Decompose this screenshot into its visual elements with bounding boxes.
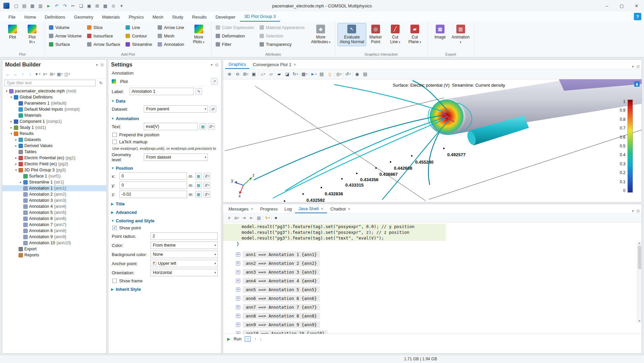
print-icon[interactable]: ▤▾ (361, 71, 369, 78)
collapse-all-icon[interactable]: ▦▾ (56, 71, 63, 78)
console-lines-icon[interactable]: ≡▾ (226, 215, 233, 221)
prev-command-icon[interactable]: ↑ (254, 337, 256, 341)
expression-menu-icon[interactable]: ⇵▾ (204, 182, 210, 189)
tree-item[interactable]: ▸ Electric Potential (ec) {pg1} (2, 155, 106, 161)
ribbon-tab[interactable]: File (4, 12, 20, 22)
marker-point-button[interactable]: ◎ Marker Point ▾ (366, 23, 385, 46)
xy-view-icon[interactable]: ▱▾ (267, 71, 275, 78)
console-tab[interactable]: Log✕ (281, 205, 295, 213)
close-tab-icon[interactable]: ✕ (293, 63, 296, 66)
ribbon-tab[interactable]: 3D Plot Group 3 (240, 12, 280, 22)
move-down-icon[interactable]: ↓▾ (27, 71, 33, 78)
tree-expander-icon[interactable]: ▸ (9, 126, 14, 129)
range-icon[interactable]: ▦ (195, 182, 202, 189)
expression-icon[interactable]: ▦ (199, 123, 206, 130)
separator[interactable]: ▾ (343, 72, 344, 77)
chevron-right-icon[interactable]: ▶ (111, 211, 114, 214)
outdent-icon[interactable]: ⇤▾ (248, 215, 255, 221)
cut-plane-button[interactable]: ▰ Cut Plane ▾ (405, 23, 425, 46)
range-icon[interactable]: ▦ (195, 173, 202, 179)
separator[interactable]: ▾ (309, 72, 309, 77)
evaluate-along-normal-button[interactable]: ↖ Evaluate Along Normal ▾ (338, 23, 366, 46)
tree-item[interactable]: ▸ Datasets (2, 137, 106, 143)
back-icon[interactable]: ←▾ (4, 71, 11, 78)
separator[interactable]: ▾ (352, 72, 353, 77)
surface-button[interactable]: Surface (48, 40, 85, 49)
panel-menu-icon[interactable]: ▾ (96, 63, 98, 67)
console-tab[interactable]: Progress✕ (257, 205, 281, 213)
volume-button[interactable]: Volume (48, 23, 85, 32)
ruler-icon[interactable]: ▯▾ (326, 71, 333, 78)
ribbon-tab[interactable]: Developer (211, 12, 240, 22)
selection-button[interactable]: Selection (258, 32, 308, 40)
chevron-down-icon[interactable]: ▼ (111, 117, 114, 120)
console-tab[interactable]: Java Shell✕ (295, 205, 327, 213)
slice-button[interactable]: Slice (86, 23, 124, 32)
animation-button[interactable]: ▥ Animation ▾ (450, 23, 471, 46)
table-icon[interactable]: ▤▾ (318, 71, 325, 78)
panel-menu-icon[interactable]: ▾ (632, 64, 634, 69)
tree-item[interactable]: Materials (2, 112, 106, 118)
console-tab[interactable]: Messages✕ (225, 205, 257, 213)
tree-item[interactable]: Annotation 4 {ann4} (2, 203, 106, 210)
ribbon-tab[interactable]: Geometry (70, 12, 98, 22)
close-tab-icon[interactable]: ✕ (250, 207, 253, 211)
annotation-button[interactable]: Annotation (156, 40, 188, 49)
ribbon-tab[interactable]: Physics (124, 12, 148, 22)
dataset-select[interactable]: From parent ▾ (144, 105, 208, 113)
delete-icon[interactable]: ▩ (101, 1, 109, 10)
filter-options-icon[interactable]: ↻ (98, 80, 104, 86)
refresh-view-icon[interactable]: ↻▾ (292, 71, 299, 78)
separator[interactable]: ▾ (300, 72, 300, 77)
ribbon-tab[interactable]: Results (188, 12, 211, 22)
separator[interactable]: ▾ (258, 72, 259, 77)
stop-icon[interactable]: ■▾ (272, 215, 279, 221)
plot-action-button[interactable]: Plot (120, 79, 128, 84)
latex-markup-checkbox[interactable] (112, 140, 117, 144)
tree-view-icon[interactable]: ≡▾ (42, 71, 48, 78)
console-window-icon[interactable]: ▢ (245, 336, 251, 342)
execute-icon[interactable]: ↯▾ (264, 215, 271, 221)
graphics-tab[interactable]: Graphics✕ (225, 60, 249, 69)
tree-item[interactable]: Annotation 10 {ann10} (2, 240, 106, 246)
tree-item[interactable]: Surface 1 {surf1} (2, 173, 106, 179)
zoom-out-icon[interactable]: ⊖▾ (234, 71, 241, 78)
tree-item[interactable]: ▸ Study 1 {std1} (2, 124, 106, 131)
color-select[interactable]: From theme▾ (151, 242, 218, 249)
more-attributes-button[interactable]: ◆ More Attributes ▾ (309, 23, 332, 46)
indent-icon[interactable]: ⇥▾ (241, 215, 247, 221)
zoom-box-icon[interactable]: ⊞▾ (242, 71, 249, 78)
ribbon-tab[interactable]: Mesh (148, 12, 168, 22)
switch-dataset-icon[interactable]: ⇄ (210, 106, 216, 112)
tree-item[interactable]: ▾ 3D Plot Group 3 {pg3} (2, 167, 106, 173)
panel-menu-icon[interactable]: ▾ (211, 63, 213, 67)
chevron-down-icon[interactable]: ▼ (111, 99, 114, 103)
tree-item[interactable]: Annotation 7 {ann7} (2, 222, 106, 228)
geometry-level-select[interactable]: From dataset ▾ (144, 153, 208, 161)
tree-item[interactable]: ▸ Electric Field (ec) {pg2} (2, 161, 106, 167)
tree-expander-icon[interactable]: ▾ (14, 168, 18, 172)
tree-item[interactable]: ▸ Streamline 1 {str1} (2, 179, 106, 185)
isosurface-button[interactable]: Isosurface (86, 32, 124, 40)
paste-icon[interactable]: ▣ (85, 1, 93, 10)
tree-item[interactable]: Annotation 6 {ann6} (2, 216, 106, 222)
graphics-canvas[interactable]: Surface: Electric potential (V) Streamli… (223, 79, 642, 202)
text-input[interactable] (144, 123, 198, 130)
snapshot-icon[interactable]: ◉▾ (353, 71, 361, 78)
zx-view-icon[interactable]: ◪▾ (284, 71, 291, 78)
close-tab-icon[interactable]: ✕ (348, 207, 350, 211)
tree-item[interactable]: ▾ Results (2, 131, 106, 137)
tree-expander-icon[interactable]: ▾ (9, 95, 14, 99)
zoom-in-icon[interactable]: ⊕▾ (226, 71, 233, 78)
tree-item[interactable]: Export (2, 246, 106, 252)
tree-expander-icon[interactable]: ▸ (14, 162, 18, 166)
new-file-icon[interactable]: ▢ (12, 1, 20, 10)
position-input[interactable] (119, 172, 187, 180)
more-plots-button[interactable]: More Plots ▾ (189, 23, 209, 46)
tree-item[interactable]: ▸ Derived Values (2, 143, 106, 149)
close-button[interactable]: ✕ (629, 0, 644, 11)
next-command-icon[interactable]: ↓ (260, 337, 262, 341)
save-icon[interactable]: ▦ (28, 1, 36, 10)
tree-item[interactable]: ▸ Component 1 {comp1} (2, 118, 106, 124)
tree-expander-icon[interactable]: ▸ (14, 138, 18, 141)
